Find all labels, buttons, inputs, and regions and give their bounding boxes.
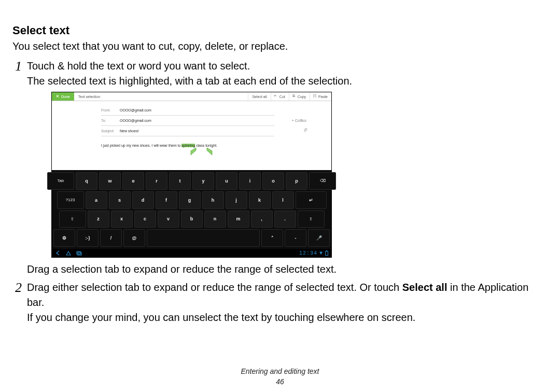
done-label: Done xyxy=(61,95,70,99)
key-j[interactable]: j xyxy=(226,191,247,209)
key-shift-right[interactable]: ⇧ xyxy=(298,211,325,228)
shift-icon: ⇧ xyxy=(71,217,74,221)
key-mic[interactable]: 🎤 xyxy=(308,229,330,247)
step1-line2: The selected text is highlighted, with a… xyxy=(27,74,352,89)
key-period[interactable]: . xyxy=(274,211,296,228)
key-v[interactable]: v xyxy=(158,211,179,228)
copy-button[interactable]: Copy xyxy=(289,92,310,101)
key-d[interactable]: d xyxy=(132,191,154,209)
key-t[interactable]: t xyxy=(169,172,191,190)
system-nav-bar: 12:34 ▼ xyxy=(52,249,331,257)
key-q[interactable]: q xyxy=(76,172,97,190)
page-number: 46 xyxy=(0,377,560,386)
back-icon[interactable] xyxy=(55,250,61,256)
paste-button[interactable]: Paste xyxy=(310,92,331,101)
key-a[interactable]: a xyxy=(86,191,107,209)
key-row-2: ?123 a s d f g h j k l ↵ xyxy=(53,191,330,209)
email-body[interactable]: I just picked up my new shoes. I will we… xyxy=(101,136,274,148)
to-field[interactable]: To: OOOO@gmail.com + Cc/Bcc xyxy=(101,116,274,126)
key-dash[interactable]: - xyxy=(285,229,306,247)
step-number: 2 xyxy=(12,280,22,325)
selected-text[interactable]: spinning xyxy=(181,144,195,147)
intro-text: You select text that you want to cut, co… xyxy=(12,39,548,53)
key-b[interactable]: b xyxy=(181,211,203,228)
action-bar-title: Text selection xyxy=(74,92,104,101)
key-m[interactable]: m xyxy=(228,211,249,228)
key-x[interactable]: x xyxy=(111,211,133,228)
key-n[interactable]: n xyxy=(204,211,226,228)
backspace-icon: ⌫ xyxy=(320,178,326,183)
key-r[interactable]: r xyxy=(146,172,167,190)
battery-icon xyxy=(325,251,328,256)
key-row-1: Tab q w e r t y u i o p ⌫ xyxy=(53,172,330,190)
clock-text: 12:34 xyxy=(299,250,317,256)
key-h[interactable]: h xyxy=(202,191,224,209)
action-bar: ✕ Done Text selection Select all Cut Cop… xyxy=(52,92,331,101)
key-p[interactable]: p xyxy=(286,172,307,190)
cut-button[interactable]: Cut xyxy=(271,92,289,101)
key-l[interactable]: l xyxy=(272,191,294,209)
key-comma[interactable]: , xyxy=(251,211,273,228)
key-o[interactable]: o xyxy=(262,172,284,190)
from-value: OOOO@gmail.com xyxy=(120,108,274,112)
close-icon: ✕ xyxy=(56,94,59,99)
select-all-button[interactable]: Select all xyxy=(248,92,270,101)
key-k[interactable]: k xyxy=(249,191,271,209)
body-before: I just picked up my new shoes. I will we… xyxy=(101,144,181,147)
key-enter[interactable]: ↵ xyxy=(296,191,327,209)
gear-icon: ⚙ xyxy=(62,235,66,241)
manual-page: Select text You select text that you wan… xyxy=(0,0,560,392)
compose-form: From: OOOO@gmail.com To: OOOO@gmail.com … xyxy=(52,101,331,170)
key-u[interactable]: u xyxy=(216,172,237,190)
screenshot: ✕ Done Text selection Select all Cut Cop… xyxy=(51,92,548,258)
step2-line-b: If you change your mind, you can unselec… xyxy=(27,310,548,325)
key-g[interactable]: g xyxy=(179,191,201,209)
recent-icon[interactable] xyxy=(76,250,82,256)
key-caret[interactable]: ˄ xyxy=(261,229,283,247)
step-number: 1 xyxy=(12,59,22,89)
key-space[interactable] xyxy=(147,229,260,247)
key-c[interactable]: c xyxy=(134,211,156,228)
wifi-icon: ▼ xyxy=(319,250,323,256)
key-y[interactable]: y xyxy=(192,172,214,190)
from-label: From: xyxy=(101,108,120,112)
key-z[interactable]: z xyxy=(88,211,109,228)
key-slash[interactable]: / xyxy=(100,229,122,247)
section-title: Select text xyxy=(12,24,548,37)
status-area[interactable]: 12:34 ▼ xyxy=(299,250,328,256)
to-label: To: xyxy=(101,119,120,122)
key-settings[interactable]: ⚙ xyxy=(53,229,75,247)
home-icon[interactable] xyxy=(65,250,72,256)
to-value: OOOO@gmail.com xyxy=(120,119,274,122)
key-shift-left[interactable]: ⇧ xyxy=(59,211,86,228)
from-field: From: OOOO@gmail.com xyxy=(101,105,274,116)
mic-icon: 🎤 xyxy=(316,235,322,241)
copy-icon xyxy=(293,95,296,99)
done-button[interactable]: ✕ Done xyxy=(52,92,74,101)
body-after: class tonight. xyxy=(195,144,217,147)
key-at[interactable]: @ xyxy=(123,229,145,247)
tablet-frame: ✕ Done Text selection Select all Cut Cop… xyxy=(51,92,332,258)
shift-icon: ⇧ xyxy=(309,217,313,221)
selection-handle-right[interactable] xyxy=(206,148,213,155)
key-i[interactable]: i xyxy=(239,172,261,190)
step-2: 2 Drag either selection tab to expand or… xyxy=(12,280,548,325)
key-e[interactable]: e xyxy=(122,172,144,190)
key-row-4: ⚙ :-) / @ ˄ - 🎤 xyxy=(53,229,330,247)
selection-handle-left[interactable] xyxy=(190,148,197,155)
ccbcc-button[interactable]: + Cc/Bcc xyxy=(292,119,306,122)
attach-icon[interactable] xyxy=(303,128,307,133)
step1-line1: Touch & hold the text or word you want t… xyxy=(27,59,352,74)
key-backspace[interactable]: ⌫ xyxy=(309,172,336,190)
subject-field[interactable]: Subject: New shoes! xyxy=(101,126,274,136)
key-f[interactable]: f xyxy=(156,191,177,209)
key-smile[interactable]: :-) xyxy=(77,229,99,247)
step1-after-text: Drag a selection tab to expand or reduce… xyxy=(27,262,337,277)
key-sym[interactable]: ?123 xyxy=(57,191,84,209)
key-w[interactable]: w xyxy=(99,172,121,190)
step-1: 1 Touch & hold the text or word you want… xyxy=(12,59,548,89)
cut-icon xyxy=(275,95,278,99)
footer-text: Entering and editing text xyxy=(0,367,560,375)
key-tab[interactable]: Tab xyxy=(47,172,74,190)
key-s[interactable]: s xyxy=(109,191,131,209)
